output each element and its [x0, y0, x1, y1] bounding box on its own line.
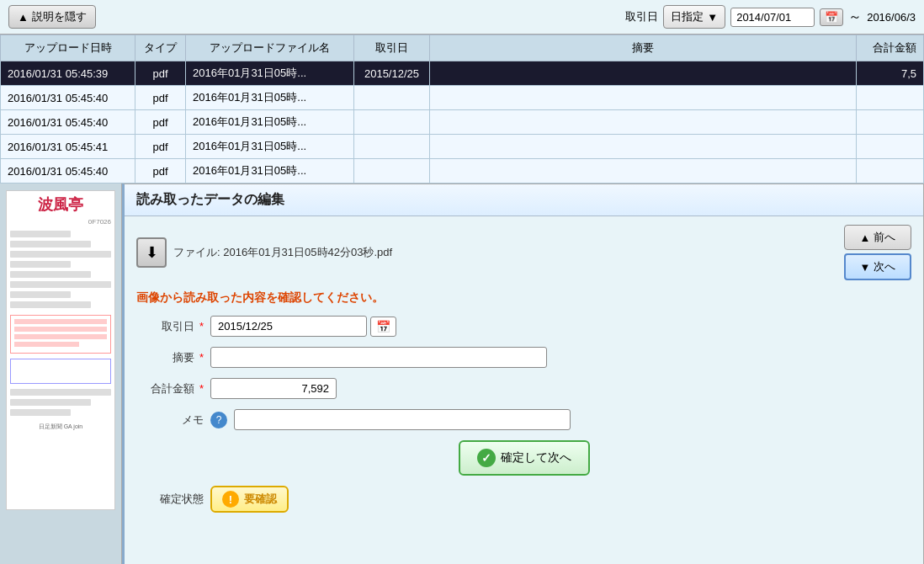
help-icon[interactable]: ? [210, 412, 227, 428]
date-from-input[interactable] [730, 8, 815, 27]
summary-input[interactable] [210, 347, 547, 368]
header-total: 合計金額 [857, 35, 924, 61]
cell-summary [430, 159, 857, 184]
receipt-pink-section [10, 315, 111, 354]
table-row[interactable]: 2016/01/31 05:45:40 pdf 2016年01月31日05時..… [1, 159, 924, 184]
cell-total [857, 135, 924, 159]
date-filter-area: 取引日 日指定 ▼ 📅 ～ 2016/06/3 [625, 5, 916, 29]
cell-total [857, 110, 924, 135]
receipt-pink-line [14, 334, 107, 339]
total-label: 合計金額 * [136, 381, 204, 396]
torihiki-date-input[interactable] [210, 316, 367, 337]
torihiki-row: 取引日 * 📅 [136, 316, 911, 337]
required-indicator: * [199, 320, 204, 333]
cell-type: pdf [135, 61, 186, 86]
receipt-pink-line [14, 342, 79, 347]
cell-total [857, 86, 924, 110]
table-row[interactable]: 2016/01/31 05:45:40 pdf 2016年01月31日05時..… [1, 86, 924, 110]
required-indicator: * [199, 382, 204, 395]
file-table-container: アップロード日時 タイプ アップロードファイル名 取引日 摘要 合計金額 201… [0, 35, 924, 184]
header-summary: 摘要 [430, 35, 857, 61]
receipt-line [10, 231, 71, 237]
next-button[interactable]: ▼ 次へ [844, 253, 911, 280]
torihiki-calendar-button[interactable]: 📅 [370, 317, 396, 337]
cell-date: 2016/01/31 05:45:41 [1, 135, 135, 159]
cell-file: 2016年01月31日05時... [186, 61, 354, 86]
receipt-line [10, 389, 111, 396]
memo-input[interactable] [234, 409, 571, 430]
cell-file: 2016年01月31日05時... [186, 110, 354, 135]
tilde-separator: ～ [848, 8, 862, 26]
receipt-line [10, 261, 71, 268]
receipt-line [10, 271, 91, 278]
cell-file: 2016年01月31日05時... [186, 135, 354, 159]
dialog-title: 読み取ったデータの編集 [125, 184, 923, 216]
prev-button[interactable]: ▲ 前へ [844, 225, 911, 250]
calendar-from-button[interactable]: 📅 [820, 8, 843, 26]
header-upload-date: アップロード日時 [1, 35, 135, 61]
cell-torihiki [354, 159, 430, 184]
prev-label: 前へ [874, 230, 895, 245]
receipt-line [10, 301, 91, 308]
receipt-title: 波風亭 [10, 194, 111, 215]
confirm-next-button[interactable]: ✓ 確定して次へ [459, 440, 590, 476]
confirm-button-row: ✓ 確定して次へ [136, 440, 911, 476]
down-arrow-icon: ▼ [860, 261, 871, 274]
receipt-line [10, 241, 91, 247]
memo-label: メモ [136, 412, 204, 428]
receipt-preview: 波風亭 0F7026 [6, 190, 115, 510]
file-download-button[interactable]: ⬇ [136, 237, 167, 268]
dialog-body: ⬇ ファイル: 2016年01月31日05時42分03秒.pdf ▲ 前へ ▼ … [125, 216, 923, 564]
top-bar: ▲ 説明を隠す 取引日 日指定 ▼ 📅 ～ 2016/06/3 [0, 0, 924, 35]
dialog-pane: 読み取ったデータの編集 ⬇ ファイル: 2016年01月31日05時42分03秒… [122, 184, 924, 564]
receipt-lines-bottom [10, 389, 111, 416]
cell-summary [430, 86, 857, 110]
date-mode-button[interactable]: 日指定 ▼ [663, 5, 725, 29]
receipt-lines [10, 231, 111, 308]
cell-torihiki [354, 135, 430, 159]
cell-type: pdf [135, 159, 186, 184]
cell-file: 2016年01月31日05時... [186, 159, 354, 184]
header-type: タイプ [135, 35, 186, 61]
receipt-pink-line [14, 327, 107, 332]
summary-row: 摘要 * [136, 347, 911, 368]
receipt-blue-area [10, 359, 111, 384]
file-name-label: ファイル: 2016年01月31日05時42分03秒.pdf [173, 245, 392, 260]
receipt-line [10, 399, 91, 406]
main-area: 波風亭 0F7026 [0, 184, 924, 564]
cell-date: 2016/01/31 05:45:40 [1, 86, 135, 110]
next-label: 次へ [874, 259, 895, 274]
table-row[interactable]: 2016/01/31 05:45:41 pdf 2016年01月31日05時..… [1, 135, 924, 159]
table-row[interactable]: 2016/01/31 05:45:40 pdf 2016年01月31日05時..… [1, 110, 924, 135]
memo-row: メモ ? [136, 409, 911, 430]
cell-summary [430, 135, 857, 159]
total-row: 合計金額 * [136, 378, 911, 399]
receipt-line [10, 281, 111, 288]
toggle-description-button[interactable]: ▲ 説明を隠す [8, 5, 96, 29]
confirm-next-label: 確定して次へ [501, 450, 571, 466]
cell-type: pdf [135, 135, 186, 159]
status-row: 確定状態 ! 要確認 [136, 486, 911, 513]
summary-label: 摘要 * [136, 350, 204, 365]
table-row[interactable]: 2016/01/31 05:45:39 pdf 2016年01月31日05時..… [1, 61, 924, 86]
receipt-footer-line1: 日足新聞 GA join [10, 423, 111, 431]
confirm-message: 画像から読み取った内容を確認してください。 [136, 290, 911, 306]
receipt-footer: 日足新聞 GA join [10, 423, 111, 431]
date-to-value: 2016/06/3 [867, 11, 916, 24]
receipt-pink-line [14, 319, 107, 324]
warning-icon: ! [222, 491, 239, 508]
torihiki-label: 取引日 [625, 9, 658, 24]
status-badge: ! 要確認 [210, 486, 289, 513]
receipt-line [10, 291, 71, 298]
receipt-number: 0F7026 [10, 218, 111, 226]
cell-date: 2016/01/31 05:45:39 [1, 61, 135, 86]
cell-file: 2016年01月31日05時... [186, 86, 354, 110]
cell-date: 2016/01/31 05:45:40 [1, 159, 135, 184]
header-file-name: アップロードファイル名 [186, 35, 354, 61]
cell-type: pdf [135, 86, 186, 110]
up-arrow-icon: ▲ [860, 231, 871, 244]
total-amount-input[interactable] [210, 378, 337, 399]
receipt-line [10, 251, 111, 258]
cell-torihiki [354, 110, 430, 135]
check-icon: ✓ [477, 449, 496, 467]
